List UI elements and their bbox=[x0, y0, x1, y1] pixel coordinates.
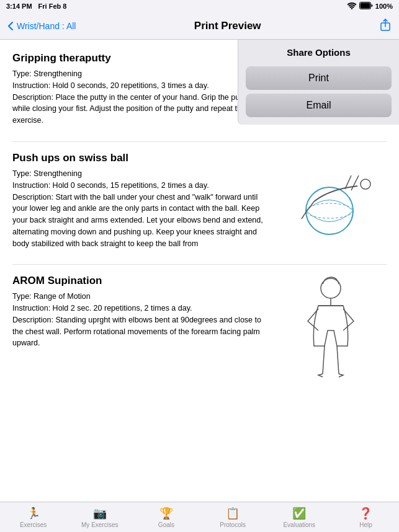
svg-line-13 bbox=[337, 346, 339, 374]
status-bar-right: 100% bbox=[347, 2, 393, 11]
exercise-1-text: Gripping theraputty Type: Strengthening … bbox=[12, 52, 269, 126]
exercise-2-svg bbox=[277, 152, 385, 239]
svg-line-12 bbox=[323, 346, 325, 374]
wifi-icon bbox=[347, 2, 357, 11]
exercise-2-description: Description: Start with the ball under y… bbox=[12, 192, 269, 250]
exercise-3: AROM Supination Type: Range of Motion In… bbox=[12, 275, 387, 386]
exercise-2-type: Type: Strengthening bbox=[12, 168, 269, 180]
divider-1 bbox=[12, 141, 387, 142]
exercise-2-text: Push ups on swiss ball Type: Strengtheni… bbox=[12, 152, 269, 249]
tab-goals[interactable]: 🏆 Goals bbox=[133, 507, 199, 528]
print-button[interactable]: Print bbox=[246, 66, 392, 90]
email-button[interactable]: Email bbox=[246, 94, 392, 117]
tab-evaluations-label: Evaluations bbox=[283, 521, 315, 528]
tab-my-exercises[interactable]: 📷 My Exercises bbox=[66, 507, 133, 528]
status-bar: 3:14 PM Fri Feb 8 100% bbox=[0, 0, 399, 12]
run-icon: 🏃 bbox=[27, 507, 40, 520]
share-panel-title: Share Options bbox=[238, 40, 399, 63]
list-icon: 📋 bbox=[226, 507, 240, 520]
exercise-3-text: AROM Supination Type: Range of Motion In… bbox=[12, 275, 269, 349]
tab-exercises-label: Exercises bbox=[20, 521, 47, 528]
exercise-1-type: Type: Strengthening bbox=[12, 68, 269, 80]
exercise-2-title: Push ups on swiss ball bbox=[12, 152, 269, 164]
tab-help[interactable]: ❓ Help bbox=[333, 507, 399, 528]
exercise-1-title: Gripping theraputty bbox=[12, 52, 269, 64]
tab-exercises[interactable]: 🏃 Exercises bbox=[0, 507, 66, 528]
tab-bar: 🏃 Exercises 📷 My Exercises 🏆 Goals 📋 Pro… bbox=[0, 502, 399, 532]
status-time: 3:14 PM bbox=[6, 2, 32, 10]
exercise-2-row: Push ups on swiss ball Type: Strengtheni… bbox=[12, 152, 387, 249]
back-label: Wrist/Hand : All bbox=[17, 21, 76, 31]
exercise-3-image bbox=[275, 275, 387, 386]
exercise-1-instruction: Instruction: Hold 0 seconds, 20 repetiti… bbox=[12, 80, 269, 92]
svg-point-0 bbox=[351, 8, 352, 9]
back-button[interactable]: Wrist/Hand : All bbox=[7, 21, 76, 31]
status-date: Fri Feb 8 bbox=[38, 2, 67, 10]
exercise-1-description: Description: Place the putty in the cent… bbox=[12, 92, 269, 126]
tab-my-exercises-label: My Exercises bbox=[81, 521, 118, 528]
question-icon: ❓ bbox=[359, 507, 372, 520]
exercise-3-svg bbox=[290, 275, 371, 386]
battery-percent: 100% bbox=[375, 2, 393, 10]
tab-goals-label: Goals bbox=[158, 521, 174, 528]
tab-help-label: Help bbox=[359, 521, 372, 528]
nav-bar: Wrist/Hand : All Print Preview bbox=[0, 12, 399, 40]
share-button[interactable] bbox=[379, 18, 392, 34]
status-bar-left: 3:14 PM Fri Feb 8 bbox=[6, 2, 66, 10]
check-icon: ✅ bbox=[292, 507, 306, 520]
svg-point-8 bbox=[361, 179, 370, 189]
exercise-3-title: AROM Supination bbox=[12, 275, 269, 287]
main-content: Gripping theraputty Type: Strengthening … bbox=[0, 40, 399, 502]
exercise-2-image bbox=[275, 152, 387, 239]
exercise-3-type: Type: Range of Motion bbox=[12, 291, 269, 303]
tab-protocols[interactable]: 📋 Protocols bbox=[200, 507, 266, 528]
exercise-2: Push ups on swiss ball Type: Strengtheni… bbox=[12, 152, 387, 249]
divider-2 bbox=[12, 264, 387, 265]
battery-icon bbox=[359, 2, 373, 11]
page-title: Print Preview bbox=[194, 20, 261, 32]
exercise-3-instruction: Instruction: Hold 2 sec. 20 repetitions,… bbox=[12, 303, 269, 314]
exercise-2-instruction: Instruction: Hold 0 seconds, 15 repetiti… bbox=[12, 180, 269, 192]
exercise-3-row: AROM Supination Type: Range of Motion In… bbox=[12, 275, 387, 386]
svg-rect-2 bbox=[360, 3, 370, 9]
tab-evaluations[interactable]: ✅ Evaluations bbox=[266, 507, 333, 528]
trophy-icon: 🏆 bbox=[159, 507, 173, 520]
tab-protocols-label: Protocols bbox=[220, 521, 246, 528]
camera-icon: 📷 bbox=[93, 507, 107, 520]
svg-point-6 bbox=[306, 187, 353, 234]
exercise-3-description: Description: Standing uprght with elbows… bbox=[12, 314, 269, 349]
share-panel: Share Options Print Email bbox=[238, 40, 399, 125]
